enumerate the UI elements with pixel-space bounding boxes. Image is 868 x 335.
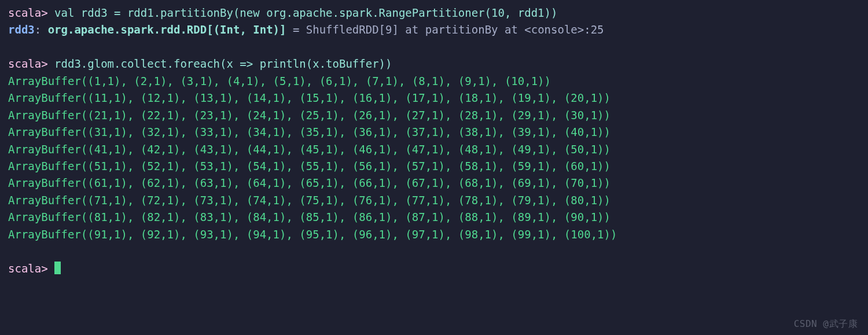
result-type: org.apache.spark.rdd.RDD[(Int, Int)]	[48, 23, 286, 36]
repl-prompt: scala>	[8, 6, 54, 19]
watermark: CSDN @武子康	[794, 317, 858, 332]
repl-line-2: scala> rdd3.glom.collect.foreach(x => pr…	[8, 56, 860, 72]
repl-input: val rdd3 = rdd1.partitionBy(new org.apac…	[54, 6, 557, 19]
result-var: rdd3	[8, 23, 35, 36]
output-line: ArrayBuffer((41,1), (42,1), (43,1), (44,…	[8, 141, 860, 158]
output-line: ArrayBuffer((51,1), (52,1), (53,1), (54,…	[8, 158, 860, 175]
repl-line-1: scala> val rdd3 = rdd1.partitionBy(new o…	[8, 5, 860, 21]
result-sep: :	[35, 23, 48, 36]
blank-line	[8, 39, 860, 56]
output-line: ArrayBuffer((91,1), (92,1), (93,1), (94,…	[8, 226, 860, 243]
output-line: ArrayBuffer((1,1), (2,1), (3,1), (4,1), …	[8, 73, 860, 90]
repl-result-1: rdd3: org.apache.spark.rdd.RDD[(Int, Int…	[8, 21, 860, 38]
repl-prompt: scala>	[8, 57, 54, 70]
output-line: ArrayBuffer((11,1), (12,1), (13,1), (14,…	[8, 90, 860, 106]
output-line: ArrayBuffer((71,1), (72,1), (73,1), (74,…	[8, 192, 860, 209]
output-line: ArrayBuffer((21,1), (22,1), (23,1), (24,…	[8, 107, 860, 124]
output-line: ArrayBuffer((61,1), (62,1), (63,1), (64,…	[8, 175, 860, 192]
blank-line	[8, 243, 860, 260]
output-line: ArrayBuffer((31,1), (32,1), (33,1), (34,…	[8, 124, 860, 141]
cursor-icon	[54, 262, 61, 274]
repl-line-final[interactable]: scala>	[8, 260, 860, 277]
repl-prompt: scala>	[8, 262, 54, 275]
result-rest: = ShuffledRDD[9] at partitionBy at <cons…	[286, 23, 604, 36]
output-line: ArrayBuffer((81,1), (82,1), (83,1), (84,…	[8, 209, 860, 226]
repl-input: rdd3.glom.collect.foreach(x => println(x…	[54, 57, 392, 70]
